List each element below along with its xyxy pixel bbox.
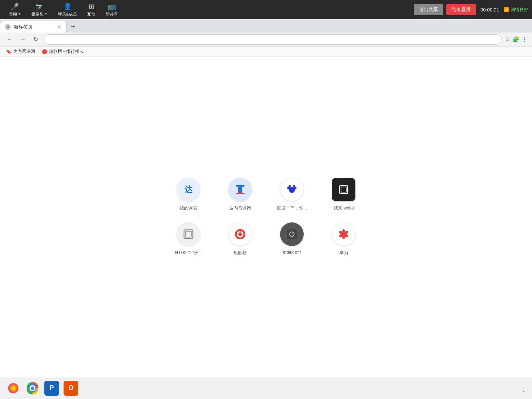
speed-dial-icon-hot-songs: [228, 222, 252, 246]
speed-dial-grid: 达 我的课表 达内慕课网: [170, 178, 362, 256]
speed-dial-item-wolai[interactable]: 我来 wolai: [325, 178, 362, 211]
new-tab-page: 达 我的课表 达内慕课网: [0, 57, 532, 377]
bookmark-favicon-hotrank: 🔴: [42, 49, 47, 54]
share-btn[interactable]: 📺 新共享: [100, 1, 123, 18]
exit-share-button[interactable]: 退出共享: [414, 4, 443, 15]
chat-btn[interactable]: 👤 聊天&成员: [53, 1, 82, 18]
camera-label: 摄像头: [31, 11, 44, 17]
signal-icon: 📶: [504, 7, 509, 12]
taskbar-chevron-icon[interactable]: ⌃: [522, 390, 526, 396]
tab-bar: ⚙ 新标签页 ✕ +: [0, 19, 532, 33]
live-timer: 00:00:01: [480, 7, 499, 13]
speed-dial-label-baidu: 百度一下，你...: [277, 205, 307, 211]
firefox-icon: [7, 382, 20, 395]
bookmark-danei[interactable]: 🔖 达内营课网: [3, 48, 38, 55]
menu-button[interactable]: ⋮: [522, 36, 528, 43]
reload-button[interactable]: ↻: [31, 35, 40, 44]
address-input[interactable]: [43, 34, 502, 45]
new-tab-button[interactable]: +: [68, 21, 78, 33]
interact-label: 互动: [87, 11, 95, 17]
bookmark-label-hotrank: 热歌榜 - 排行榜 -...: [49, 48, 86, 55]
share-label: 新共享: [106, 11, 118, 17]
bookmark-favicon-danei: 🔖: [6, 49, 11, 54]
re-svg: [233, 227, 247, 241]
camera-btn[interactable]: 📷 摄像头 ▼: [26, 1, 53, 18]
svg-point-6: [289, 185, 291, 187]
audio-btn[interactable]: 🎤 音频 ▼: [4, 1, 26, 18]
svg-rect-9: [341, 187, 346, 192]
end-live-button[interactable]: 结束直播: [446, 4, 476, 15]
speed-dial-label-ntd2212: NTD2212班...: [175, 250, 202, 256]
taskbar-notification-area: ⌃: [522, 390, 526, 396]
speed-dial-item-baidu[interactable]: 百度一下，你...: [273, 178, 310, 211]
share-icon: 📺: [108, 3, 116, 11]
speed-dial-item-my-timetable[interactable]: 达 我的课表: [170, 178, 207, 211]
speed-dial-label-index-of: Index of /: [283, 250, 301, 255]
speed-dial-icon-ntd2212: [177, 222, 200, 246]
svg-rect-16: [287, 229, 297, 239]
wolai-svg: [337, 183, 351, 197]
tab-title: 新标签页: [14, 24, 54, 30]
speed-dial-item-hot-songs[interactable]: 热歌榜: [222, 222, 259, 256]
address-bar: ← → ↻ ☆ 🧩 ⋮: [0, 33, 532, 47]
grid-icon: ⊞: [89, 3, 94, 11]
extensions-button[interactable]: 🧩: [512, 36, 519, 43]
ntd-svg: [181, 227, 195, 241]
danei-svg: [233, 183, 247, 197]
speed-dial-label-wolai: 我来 wolai: [334, 205, 354, 211]
speed-dial-label-my-timetable: 我的课表: [180, 205, 197, 211]
speed-dial-icon-baidu: [280, 178, 304, 201]
address-actions: ☆ 🧩 ⋮: [505, 36, 528, 43]
huawei-svg: [337, 227, 351, 241]
audio-dropdown-arrow: ▼: [18, 12, 21, 16]
browser-tab-active[interactable]: ⚙ 新标签页 ✕: [0, 21, 66, 33]
camera-dropdown-arrow: ▼: [44, 12, 48, 16]
speed-dial-label-hot-songs: 热歌榜: [233, 250, 247, 256]
speed-dial-icon-my-timetable: 达: [177, 178, 200, 201]
taskbar-chrome[interactable]: [25, 381, 40, 396]
o-app-label: O: [68, 384, 74, 392]
camera-icon: 📷: [35, 3, 44, 11]
svg-point-31: [31, 386, 34, 390]
taskbar: P O ⌃: [0, 377, 532, 399]
index-svg: [285, 227, 299, 241]
svg-point-14: [238, 232, 242, 236]
bookmark-label-danei: 达内营课网: [13, 48, 35, 55]
speed-dial-item-huawei[interactable]: 华为: [325, 222, 362, 256]
speed-dial-item-ntd2212[interactable]: NTD2212班...: [170, 222, 207, 256]
people-icon: 👤: [64, 3, 72, 11]
network-status: 📶 网络良好: [504, 7, 528, 13]
speed-dial-icon-index-of: [280, 222, 304, 246]
bookmark-star-button[interactable]: ☆: [505, 36, 510, 43]
svg-rect-11: [185, 231, 191, 237]
bookmark-hotrank[interactable]: 🔴 热歌榜 - 排行榜 -...: [39, 48, 89, 55]
speed-dial-item-danei-mooc[interactable]: 达内慕课网: [222, 178, 259, 211]
chat-label: 聊天&成员: [58, 11, 77, 17]
tab-close-button[interactable]: ✕: [57, 24, 62, 30]
taskbar-o-app[interactable]: O: [64, 381, 78, 396]
chrome-icon: [26, 382, 39, 395]
baidu-svg: [285, 183, 299, 197]
bookmarks-bar: 🔖 达内营课网 🔴 热歌榜 - 排行榜 -...: [0, 47, 532, 57]
audio-label: 音频: [9, 11, 17, 17]
speed-dial-icon-danei-mooc: [228, 178, 252, 201]
svg-rect-2: [236, 193, 245, 194]
svg-rect-1: [238, 187, 242, 193]
speed-dial-icon-huawei: [332, 222, 355, 246]
interact-btn[interactable]: ⊞ 互动: [82, 1, 100, 18]
tab-favicon: ⚙: [5, 24, 11, 30]
p-app-label: P: [50, 384, 54, 392]
speed-dial-item-index-of[interactable]: Index of /: [273, 222, 310, 256]
svg-point-28: [11, 386, 15, 390]
browser-chrome: ⚙ 新标签页 ✕ + ← → ↻ ☆ 🧩 ⋮ 🔖 达内营课网 🔴 热歌榜 - 排…: [0, 19, 532, 57]
svg-rect-0: [236, 185, 245, 187]
speed-dial-icon-wolai: [332, 178, 355, 201]
live-toolbar: 🎤 音频 ▼ 📷 摄像头 ▼ 👤 聊天&成员 ⊞ 互动 📺 新共享 退出共享 结…: [0, 0, 532, 19]
taskbar-p-app[interactable]: P: [44, 381, 59, 396]
taskbar-firefox[interactable]: [6, 381, 21, 396]
back-button[interactable]: ←: [4, 35, 15, 44]
speed-dial-label-huawei: 华为: [339, 250, 348, 256]
svg-point-7: [293, 185, 295, 187]
microphone-icon: 🎤: [11, 3, 19, 11]
forward-button[interactable]: →: [18, 35, 28, 44]
